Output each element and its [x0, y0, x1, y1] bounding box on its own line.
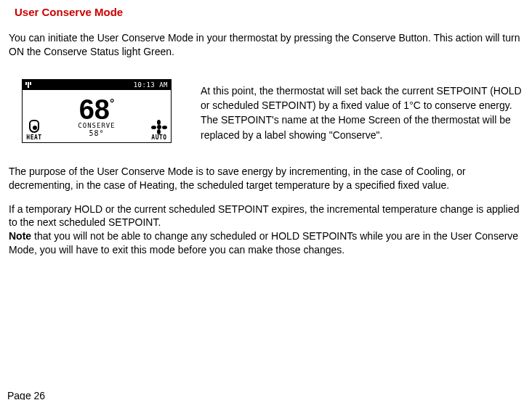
- setpoint-value: 58°: [89, 129, 104, 137]
- thermostat-left-col: HEAT: [23, 90, 46, 144]
- note-label: Note: [9, 230, 31, 242]
- page-number: Page 26: [7, 390, 45, 400]
- para2-line2: that you will not be able to change any …: [9, 230, 518, 256]
- heat-label: HEAT: [26, 134, 41, 141]
- figure-row: 10:13 AM HEAT 68° CONSERVE 58° AUTO At t…: [9, 79, 523, 143]
- thermostat-screenshot: 10:13 AM HEAT 68° CONSERVE 58° AUTO: [22, 79, 172, 143]
- degree-symbol: °: [110, 97, 114, 110]
- fan-icon: [153, 121, 165, 133]
- paragraph-note: If a temporary HOLD or the current sched…: [9, 203, 523, 258]
- figure-caption: At this point, the thermostat will set b…: [201, 79, 523, 142]
- thermostat-right-col: AUTO: [148, 90, 171, 144]
- antenna-icon: [25, 82, 31, 88]
- intro-paragraph: You can initiate the User Conserve Mode …: [9, 31, 523, 59]
- thermostat-center-col: 68° CONSERVE 58°: [46, 90, 148, 144]
- thermostat-status-bar: 10:13 AM: [23, 80, 171, 90]
- heat-icon: [29, 120, 39, 133]
- thermostat-body: HEAT 68° CONSERVE 58° AUTO: [23, 90, 171, 144]
- thermostat-time: 10:13 AM: [134, 81, 168, 89]
- para2-line1: If a temporary HOLD or the current sched…: [9, 203, 519, 229]
- auto-label: AUTO: [151, 134, 166, 141]
- temp-value: 68: [79, 94, 110, 125]
- paragraph-purpose: The purpose of the User Conserve Mode is…: [9, 165, 523, 192]
- section-title: User Conserve Mode: [15, 6, 523, 18]
- thermostat-temp: 68°: [79, 96, 115, 123]
